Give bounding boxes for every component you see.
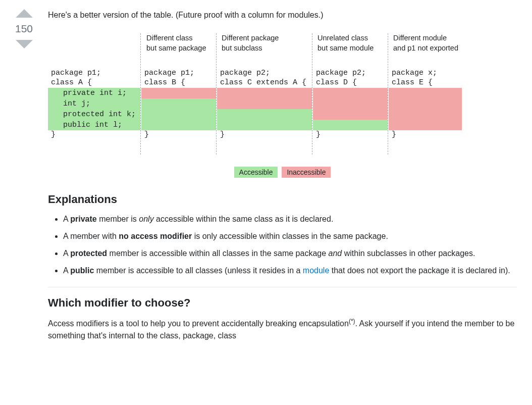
cell-accessible [141,98,216,109]
text-em: only [139,215,153,223]
class-close: } [217,130,312,140]
cell-accessible [217,120,312,130]
legend-inaccessible: Inaccessible [282,167,331,178]
class-column-c: package p2; class C extends A { } [217,69,312,139]
which-modifier-heading: Which modifier to choose? [48,296,517,310]
divider-line [388,33,388,155]
divider-line [216,33,217,155]
class-column-e: package x; class E { } [389,69,462,139]
explanations-heading: Explanations [48,193,517,206]
text: within subclasses in other packages. [342,249,475,258]
column-header: Different module and p1 not exported [393,33,458,53]
header-line: Unrelated class [317,34,368,42]
class-decl: class E { [389,78,462,88]
class-close: } [313,130,388,140]
class-close: } [389,130,462,140]
list-item: A private member is only accessible with… [63,213,517,225]
intro-text: Here's a better version of the table. (F… [48,9,517,21]
column-header: Unrelated class but same module [317,33,374,53]
text-strong: protected [70,249,107,258]
list-item: A protected member is accessible within … [63,247,517,260]
text: A [63,266,70,275]
text: A [63,215,70,223]
text: accessible within the same class as it i… [154,215,334,223]
cell-inaccessible [141,88,216,98]
text-strong: public [70,266,94,275]
cell-inaccessible [389,98,462,109]
class-close: } [141,130,216,140]
text: is only accessible within classes in the… [192,232,388,240]
module-link[interactable]: module [303,266,329,275]
text: member is accessible to all classes (unl… [94,266,303,275]
vote-column: 150 [10,9,38,48]
upvote-arrow-icon[interactable] [16,9,33,18]
list-item: A member with no access modifier is only… [63,230,517,242]
header-line: but subclass [222,44,262,52]
member-protected: protected int k; [48,109,140,120]
cell-inaccessible [389,88,462,98]
class-column-b: package p1; class B { } [141,69,216,139]
cell-accessible [313,120,388,130]
text: member is [97,215,139,223]
class-decl: class A { [48,78,140,88]
cell-accessible [141,120,216,130]
column-header: Different class but same package [146,33,206,53]
text: member is accessible within all classes … [107,249,328,258]
section-divider [48,287,517,287]
class-decl: class D { [313,78,388,88]
package-decl: package p1; [48,69,140,78]
package-decl: package p2; [313,69,388,78]
divider-line [140,33,141,155]
cell-inaccessible [313,88,388,98]
cell-inaccessible [313,98,388,109]
text: A [63,249,70,258]
member-default: int j; [48,98,140,109]
divider-line [312,33,312,155]
header-line: but same package [146,44,206,52]
text: that does not export the package it is d… [329,266,510,275]
class-column-d: package p2; class D { } [313,69,388,139]
cell-accessible [217,109,312,120]
cell-inaccessible [389,109,462,120]
package-decl: package p1; [141,69,216,78]
text: A member with [63,232,119,240]
which-modifier-paragraph: Access modifiers is a tool to help you t… [48,317,517,342]
member-private: private int i; [48,88,140,98]
explanations-list: A private member is only accessible with… [48,213,517,277]
downvote-arrow-icon[interactable] [16,40,33,48]
footnote-marker: (*) [349,318,355,325]
text-strong: no access modifier [119,232,192,240]
cell-inaccessible [313,109,388,120]
column-header: Different package but subclass [222,33,279,53]
header-line: Different package [222,34,279,42]
header-line: but same module [317,44,374,52]
legend-accessible: Accessible [234,167,278,178]
class-close: } [48,130,140,140]
cell-accessible [141,109,216,120]
member-public: public int l; [48,120,140,130]
answer-body: Here's a better version of the table. (F… [48,9,517,342]
cell-inaccessible [217,98,312,109]
text: Access modifiers is a tool to help you t… [48,319,349,328]
header-line: and p1 not exported [393,44,458,52]
text-em: and [329,249,342,258]
text-strong: private [70,215,96,223]
package-decl: package x; [389,69,462,78]
header-line: Different module [393,34,447,42]
class-column-a: package p1; class A { private int i; int… [48,69,140,139]
class-decl: class B { [141,78,216,88]
header-line: Different class [146,34,193,42]
class-decl: class C extends A { [217,78,312,88]
vote-count: 150 [15,23,33,35]
legend: Accessible Inaccessible [48,167,517,178]
list-item: A public member is accessible to all cla… [63,265,517,277]
package-decl: package p2; [217,69,312,78]
cell-inaccessible [389,120,462,130]
access-modifier-diagram: Different class but same package Differe… [48,33,517,155]
cell-inaccessible [217,88,312,98]
